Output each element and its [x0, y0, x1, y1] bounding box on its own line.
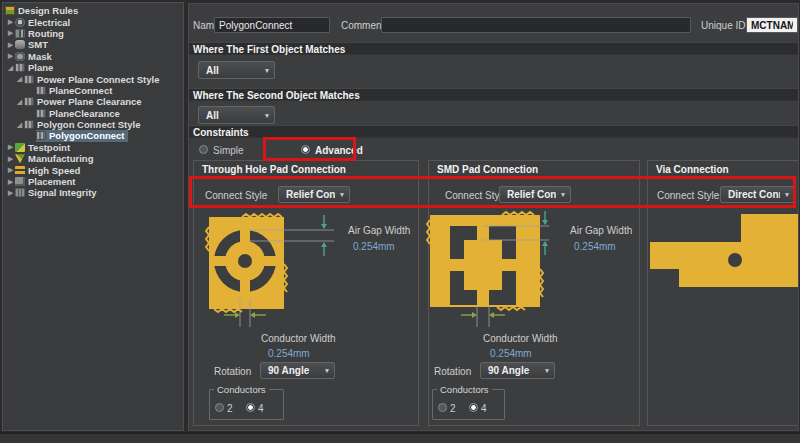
rule-grid-icon [36, 86, 46, 95]
panel-title: Through Hole Pad Connection [194, 161, 418, 178]
rule-grid-icon [36, 131, 46, 140]
chevron-down-icon: ▼ [556, 191, 570, 198]
rule-grid-icon [24, 97, 34, 106]
conductors-4-radio[interactable] [469, 403, 478, 412]
tree-item-design-rules[interactable]: Design Rules [3, 5, 183, 16]
connect-style-dropdown[interactable]: Relief Connect ▼ [278, 186, 350, 203]
connect-style-dropdown[interactable]: Direct Connect ▼ [720, 186, 795, 203]
tree-item-polygon-connect-style[interactable]: ◢Polygon Connect Style [3, 119, 183, 130]
tree-item-label: Plane [28, 62, 53, 73]
chevron-right-icon[interactable]: ▶ [6, 18, 15, 26]
tree-item-mask[interactable]: ▶Mask [3, 51, 183, 62]
conductors-2-radio[interactable] [438, 403, 447, 412]
unique-id-input[interactable] [746, 17, 798, 33]
chevron-down-icon: ▼ [540, 367, 554, 374]
chevron-right-icon[interactable]: ▶ [6, 52, 15, 60]
conductors-2-radio[interactable] [215, 403, 224, 412]
rotation-dropdown[interactable]: 90 Angle ▼ [260, 362, 335, 379]
advanced-radio[interactable] [301, 145, 310, 154]
tree-item-testpoint[interactable]: ▶Testpoint [3, 142, 183, 153]
conductors-4-label[interactable]: 4 [258, 403, 264, 414]
chevron-right-icon[interactable]: ▶ [6, 155, 15, 163]
conductors-label: Conductors [437, 384, 492, 395]
manufacturing-icon [15, 154, 25, 163]
unique-id-label: Unique ID [701, 20, 745, 31]
chevron-down-icon: ▼ [780, 191, 794, 198]
high-speed-icon [15, 166, 25, 175]
dropdown-value: 90 Angle [481, 365, 540, 376]
tree-item-electrical[interactable]: ▶Electrical [3, 16, 183, 27]
rule-grid-icon [24, 120, 34, 129]
tree-item-label: Manufacturing [28, 153, 93, 164]
expanded-icon[interactable]: ◢ [15, 121, 24, 129]
constraints-header: Constraints [189, 125, 798, 138]
tree-item-routing[interactable]: ▶Routing [3, 28, 183, 39]
tree-item-smt[interactable]: ▶SMT [3, 39, 183, 50]
rotation-label: Rotation [434, 366, 471, 377]
tree-item-label: Mask [28, 51, 52, 62]
chevron-down-icon: ▼ [260, 67, 274, 74]
rotation-dropdown[interactable]: 90 Angle ▼ [480, 362, 555, 379]
tree-item-label: PlaneClearance [49, 108, 120, 119]
chevron-right-icon[interactable]: ▶ [6, 41, 15, 49]
expanded-icon[interactable]: ◢ [15, 98, 24, 106]
chevron-down-icon: ▼ [335, 191, 349, 198]
conductors-2-label[interactable]: 2 [227, 403, 233, 414]
tree-item-plane[interactable]: ◢Plane [3, 62, 183, 73]
name-input[interactable] [214, 17, 330, 33]
tree-item-label: PlaneConnect [49, 85, 112, 96]
rule-editor-panel: Name Comment Unique ID Where The First O… [188, 3, 799, 431]
connect-style-dropdown[interactable]: Relief Connect ▼ [499, 186, 571, 203]
tree-item-placement[interactable]: ▶Placement [3, 176, 183, 187]
tree-item-manufacturing[interactable]: ▶Manufacturing [3, 153, 183, 164]
tree-item-planeclearance[interactable]: PlaneClearance [3, 108, 183, 119]
tree-item-signal-integrity[interactable]: ▶Signal Integrity [3, 187, 183, 198]
conductors-group: Conductors 2 4 [209, 389, 284, 420]
tree-item-planeconnect[interactable]: PlaneConnect [3, 85, 183, 96]
electrical-icon [15, 18, 25, 27]
routing-icon [15, 29, 25, 38]
mask-icon [15, 52, 25, 61]
tree-item-label: Polygon Connect Style [37, 119, 140, 130]
dropdown-value: All [199, 65, 260, 76]
air-gap-width-label: Air Gap Width [570, 225, 632, 236]
simple-radio[interactable] [199, 145, 208, 154]
second-object-scope-dropdown[interactable]: All ▼ [198, 106, 275, 124]
conductors-2-label[interactable]: 2 [450, 403, 456, 414]
dropdown-value: Relief Connect [500, 189, 556, 200]
rule-grid-icon [24, 75, 34, 84]
air-gap-width-label: Air Gap Width [348, 225, 410, 236]
advanced-radio-label[interactable]: Advanced [315, 145, 363, 156]
chevron-right-icon[interactable]: ▶ [6, 143, 15, 151]
smt-icon [15, 40, 25, 49]
air-gap-width-value: 0.254mm [574, 241, 616, 252]
conductors-4-label[interactable]: 4 [481, 403, 487, 414]
tree-item-high-speed[interactable]: ▶High Speed [3, 164, 183, 175]
connect-style-label: Connect Style [205, 190, 267, 201]
expanded-icon[interactable]: ◢ [15, 75, 24, 83]
chevron-right-icon[interactable]: ▶ [6, 166, 15, 174]
window-bottom-edge [0, 432, 800, 443]
chevron-right-icon[interactable]: ▶ [6, 29, 15, 37]
panel-title: SMD Pad Connection [429, 161, 639, 178]
tree-item-polygonconnect-selected[interactable]: PolygonConnect [3, 130, 183, 141]
tree-item-label: Testpoint [28, 142, 70, 153]
panel-title: Via Connection [648, 161, 799, 178]
dropdown-value: All [199, 110, 260, 121]
second-object-matches-header: Where The Second Object Matches [189, 88, 798, 101]
dropdown-value: Relief Connect [279, 189, 335, 200]
expanded-icon[interactable]: ◢ [6, 64, 15, 72]
tree-item-label: Electrical [28, 17, 70, 28]
first-object-scope-dropdown[interactable]: All ▼ [198, 61, 275, 79]
tree-item-power-plane-clearance[interactable]: ◢Power Plane Clearance [3, 96, 183, 107]
comment-input[interactable] [381, 17, 691, 33]
plane-grid-icon [15, 63, 25, 72]
simple-radio-label[interactable]: Simple [213, 145, 244, 156]
chevron-right-icon[interactable]: ▶ [6, 178, 15, 186]
air-gap-width-value: 0.254mm [353, 241, 395, 252]
tree-item-power-plane-connect-style[interactable]: ◢Power Plane Connect Style [3, 73, 183, 84]
conductors-4-radio[interactable] [246, 403, 255, 412]
chevron-right-icon[interactable]: ▶ [6, 189, 15, 197]
conductor-width-value: 0.254mm [268, 348, 310, 359]
connect-style-label: Connect Style [445, 190, 507, 201]
